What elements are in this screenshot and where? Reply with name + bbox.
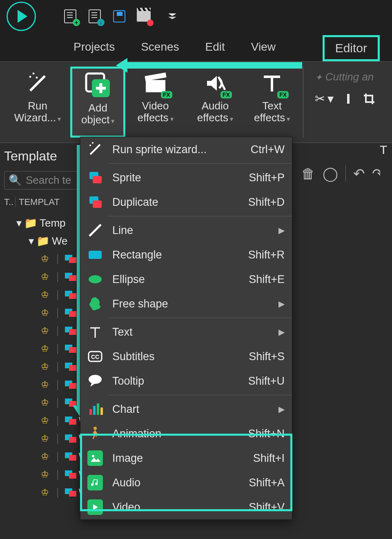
sprite-icon: [65, 309, 76, 317]
menu-item-free-shape[interactable]: Free shape▶: [80, 292, 292, 316]
svg-rect-16: [93, 176, 102, 183]
menu-item-label: Image: [112, 452, 246, 465]
run-wizard-button[interactable]: Run Wizard...▾: [5, 67, 70, 138]
menu-item-rectangle[interactable]: RectangleShift+R: [80, 243, 292, 267]
subtitles-icon: CC: [85, 347, 105, 366]
menu-item-sprite[interactable]: SpriteShift+P: [80, 165, 292, 190]
menu-item-label: Rectangle: [112, 249, 241, 261]
ribbon-right-group: ✦Cutting an ✂▾: [307, 67, 392, 138]
freeshape-icon: [85, 294, 105, 314]
svg-point-3: [36, 77, 38, 78]
crown-icon: ♔: [41, 254, 51, 264]
menu-item-animation[interactable]: AnimationShift+N: [80, 421, 292, 446]
col-type[interactable]: T..: [4, 197, 16, 207]
text-effects-button[interactable]: FX Text effects▾: [245, 67, 299, 138]
menu-separator: [108, 163, 292, 164]
menu-edit[interactable]: Edit: [205, 40, 225, 53]
video-effects-button[interactable]: FX Video effects▾: [125, 67, 185, 138]
menu-item-shortcut: Shift+U: [248, 375, 285, 388]
crown-icon: ♔: [41, 451, 51, 462]
tooltip-icon: [85, 371, 105, 391]
rectangle-icon: [85, 245, 105, 265]
folder-icon: 📁: [24, 217, 37, 229]
col-template[interactable]: TEMPLAT: [19, 197, 60, 207]
submenu-arrow-icon: ▶: [278, 225, 285, 235]
add-object-button[interactable]: Add object▾: [70, 67, 125, 138]
redo-icon[interactable]: ↷: [372, 165, 380, 182]
crown-icon: ♔: [41, 307, 51, 318]
menu-item-duplicate[interactable]: DuplicateShift+D: [80, 190, 292, 214]
menu-item-chart[interactable]: Chart▶: [80, 397, 292, 421]
truncated-label: T: [380, 143, 387, 157]
new-project-icon[interactable]: +: [62, 8, 78, 24]
menu-item-label: Text: [112, 326, 271, 339]
app-logo: [7, 2, 36, 31]
sprite-icon: [65, 434, 76, 443]
speaker-icon: FX: [201, 69, 229, 98]
text-icon: FX: [258, 69, 286, 98]
submenu-arrow-icon: ▶: [278, 404, 285, 414]
video-icon: [87, 499, 103, 515]
menu-item-label: Ellipse: [112, 273, 241, 286]
menu-projects[interactable]: Projects: [74, 40, 115, 53]
menu-item-image[interactable]: ImageShift+I: [80, 446, 292, 470]
menu-item-label: Audio: [112, 477, 241, 489]
menu-item-label: Video: [112, 501, 241, 514]
crop-tool-icon[interactable]: [363, 93, 375, 105]
save-icon[interactable]: [111, 8, 127, 24]
menu-item-run-sprite-wizard[interactable]: Run sprite wizard...Ctrl+W: [80, 137, 292, 162]
menu-item-audio[interactable]: AudioShift+A: [80, 470, 292, 495]
menu-scenes[interactable]: Scenes: [141, 40, 179, 53]
undo-icon[interactable]: ↶: [353, 165, 365, 182]
cutting-label[interactable]: Cutting an: [325, 71, 374, 83]
title-bar: + ↓: [0, 0, 392, 33]
menu-item-ellipse[interactable]: EllipseShift+E: [80, 267, 292, 292]
clapperboard-icon: FX: [141, 69, 170, 98]
sprite-icon: [65, 488, 76, 497]
submenu-arrow-icon: ▶: [278, 327, 285, 337]
record-icon[interactable]: [136, 8, 152, 24]
trash-icon[interactable]: 🗑: [301, 166, 315, 182]
svg-point-13: [89, 145, 91, 146]
toolbar-more-icon[interactable]: [168, 13, 176, 19]
ellipse-icon: [85, 270, 105, 289]
audio-icon: [85, 473, 105, 492]
menu-item-subtitles[interactable]: CCSubtitlesShift+S: [80, 344, 292, 369]
circle-icon[interactable]: ◯: [323, 165, 338, 182]
search-input[interactable]: 🔍 Search te: [4, 171, 78, 189]
cut-tool-icon[interactable]: ✂▾: [315, 91, 334, 106]
sprite-icon: [65, 327, 76, 335]
menu-item-text[interactable]: Text▶: [80, 320, 292, 344]
menu-item-label: Duplicate: [112, 196, 241, 209]
svg-point-2: [33, 73, 34, 74]
annotation-arrow-horizontal: [127, 62, 302, 69]
menu-item-line[interactable]: Line▶: [80, 218, 292, 243]
open-project-icon[interactable]: ↓: [87, 8, 103, 24]
menu-item-shortcut: Shift+N: [248, 428, 285, 440]
menu-item-tooltip[interactable]: TooltipShift+U: [80, 369, 292, 393]
menu-item-shortcut: Shift+E: [249, 273, 285, 286]
menu-item-shortcut: Shift+S: [249, 350, 285, 363]
svg-point-21: [89, 275, 102, 283]
svg-point-30: [92, 455, 94, 457]
menu-view[interactable]: View: [251, 40, 276, 53]
line-icon: [85, 220, 105, 240]
svg-rect-28: [100, 408, 103, 415]
menu-editor[interactable]: Editor: [323, 35, 380, 61]
menu-item-shortcut: Shift+P: [249, 172, 285, 184]
menu-separator: [108, 216, 292, 216]
razor-tool-icon[interactable]: [343, 93, 354, 105]
menu-item-video[interactable]: VideoShift+V: [80, 495, 292, 519]
crown-icon: ♔: [41, 487, 51, 498]
menu-item-label: Sprite: [112, 172, 241, 184]
menu-item-shortcut: Shift+D: [248, 196, 285, 209]
sprite-icon: [65, 452, 76, 461]
svg-point-1: [29, 76, 31, 78]
sprite-icon: [65, 363, 76, 371]
svg-rect-18: [93, 200, 102, 208]
menu-item-label: Tooltip: [112, 375, 241, 388]
audio-icon: [87, 475, 103, 490]
audio-effects-button[interactable]: FX Audio effects▾: [185, 67, 245, 138]
chart-icon: [85, 399, 105, 419]
crown-icon: ♔: [41, 379, 51, 390]
